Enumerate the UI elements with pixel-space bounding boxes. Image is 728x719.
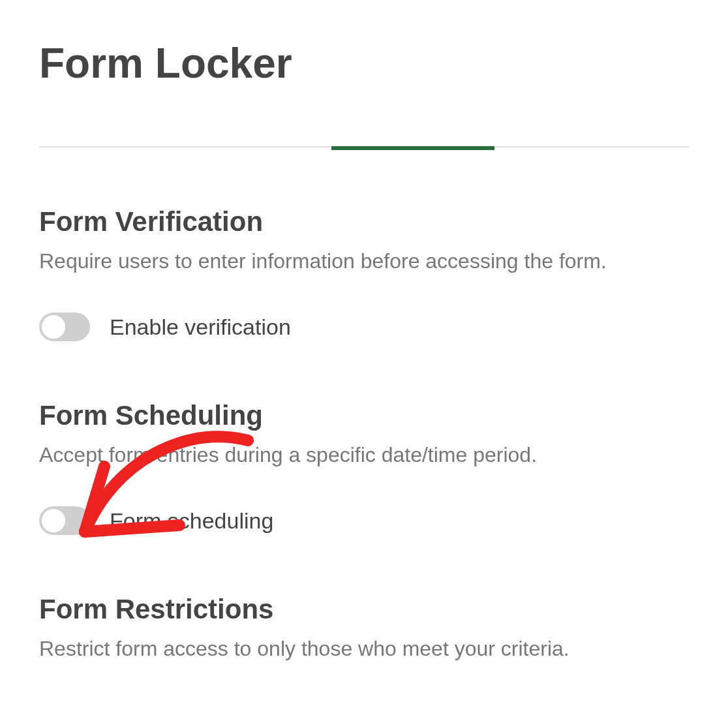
verification-toggle-row: Enable verification	[39, 313, 689, 341]
section-verification-desc: Require users to enter information befor…	[39, 249, 689, 273]
page-title: Form Locker	[39, 39, 689, 87]
scheduling-toggle-row: Form scheduling	[39, 506, 689, 535]
scheduling-toggle[interactable]	[39, 506, 90, 535]
section-restrictions-desc: Restrict form access to only those who m…	[39, 637, 689, 661]
verification-toggle-knob	[42, 315, 65, 339]
section-scheduling: Form Scheduling Accept form entries duri…	[39, 400, 689, 535]
section-scheduling-desc: Accept form entries during a specific da…	[39, 443, 689, 467]
verification-toggle[interactable]	[39, 313, 90, 341]
section-scheduling-title: Form Scheduling	[39, 400, 689, 431]
scheduling-toggle-label: Form scheduling	[110, 508, 273, 534]
section-restrictions: Form Restrictions Restrict form access t…	[39, 594, 689, 661]
divider	[39, 146, 689, 147]
section-restrictions-title: Form Restrictions	[39, 594, 689, 625]
section-verification-title: Form Verification	[39, 206, 689, 237]
section-verification: Form Verification Require users to enter…	[39, 206, 689, 341]
divider-accent	[331, 146, 494, 150]
verification-toggle-label: Enable verification	[110, 314, 291, 340]
scheduling-toggle-knob	[42, 509, 65, 532]
